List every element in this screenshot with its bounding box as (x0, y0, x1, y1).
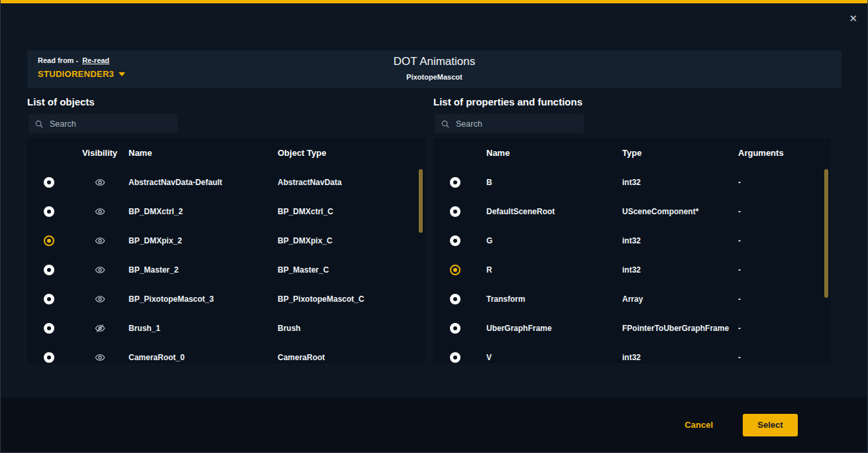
cancel-button[interactable]: Cancel (684, 420, 713, 430)
eye-slash-icon[interactable] (95, 323, 105, 334)
object-name: AbstractNavData-Default (129, 178, 278, 187)
object-name: BP_PixotopeMascot_3 (129, 294, 278, 304)
table-row[interactable]: Brush_1Brush (27, 314, 425, 343)
property-type: int32 (622, 353, 738, 362)
eye-icon[interactable] (95, 294, 105, 304)
property-arguments: - (738, 265, 831, 275)
table-row[interactable]: TransformArray- (433, 285, 831, 314)
objects-search-box (28, 114, 178, 133)
column-header-name: Name (477, 148, 622, 158)
dialog-footer: Cancel Select (1, 398, 867, 452)
property-type: int32 (622, 178, 738, 187)
property-name: Transform (477, 294, 622, 304)
eye-icon[interactable] (95, 177, 105, 188)
objects-panel-title: List of objects (27, 96, 95, 107)
scrollbar-thumb[interactable] (824, 169, 828, 298)
scrollbar-thumb[interactable] (419, 169, 423, 233)
column-header-visibility: Visibility (71, 148, 129, 158)
page-subtitle: PixotopeMascot (27, 73, 841, 81)
property-arguments: - (738, 353, 831, 362)
table-row[interactable]: DefaultSceneRootUSceneComponent*- (433, 197, 831, 226)
radio-button[interactable] (44, 235, 54, 246)
object-name: BP_Master_2 (129, 265, 278, 275)
property-arguments: - (738, 294, 831, 304)
table-row[interactable]: BP_DMXpix_2BP_DMXpix_C (27, 226, 425, 255)
property-name: UberGraphFrame (477, 324, 622, 333)
dialog-header: Read from -Re-read STUDIORENDER3 DOT Ani… (27, 50, 841, 88)
radio-button[interactable] (450, 265, 461, 275)
reread-link[interactable]: Re-read (82, 56, 109, 64)
object-type: BP_DMXpix_C (278, 236, 425, 245)
chevron-down-icon (119, 72, 125, 76)
property-type: Array (622, 294, 738, 304)
radio-button[interactable] (450, 294, 461, 304)
search-input[interactable] (50, 119, 172, 129)
source-dropdown[interactable]: STUDIORENDER3 (38, 69, 125, 79)
select-button[interactable]: Select (743, 414, 798, 436)
property-name: V (477, 353, 622, 362)
table-row[interactable]: BP_Master_2BP_Master_C (27, 255, 425, 285)
title-accent-bar (1, 0, 867, 3)
object-name: Brush_1 (129, 324, 278, 333)
radio-button[interactable] (44, 265, 54, 275)
search-input[interactable] (456, 119, 578, 129)
table-row[interactable]: BP_PixotopeMascot_3BP_PixotopeMascot_C (27, 285, 425, 314)
objects-table: Visibility Name Object Type AbstractNavD… (27, 138, 425, 363)
radio-button[interactable] (450, 235, 461, 246)
property-type: USceneComponent* (622, 207, 738, 216)
radio-button[interactable] (44, 206, 54, 217)
property-arguments: - (738, 207, 831, 216)
radio-button[interactable] (44, 294, 54, 304)
eye-icon[interactable] (95, 235, 105, 246)
table-row[interactable]: AbstractNavData-DefaultAbstractNavData (27, 168, 425, 197)
table-row[interactable]: Rint32- (433, 255, 831, 285)
radio-button[interactable] (44, 323, 54, 334)
property-name: B (477, 178, 622, 187)
table-row[interactable]: UberGraphFrameFPointerToUberGraphFrame- (433, 314, 831, 343)
property-type: int32 (622, 236, 738, 245)
column-header-arguments: Arguments (738, 148, 831, 158)
object-type: BP_Master_C (278, 265, 425, 275)
column-header-name: Name (129, 148, 278, 158)
object-name: BP_DMXpix_2 (129, 236, 278, 245)
object-type: Brush (278, 324, 425, 333)
properties-search-box (435, 114, 584, 133)
radio-button[interactable] (450, 206, 461, 217)
object-type: BP_DMXctrl_C (278, 207, 425, 216)
properties-table-header: Name Type Arguments (433, 138, 831, 168)
column-header-object-type: Object Type (278, 148, 425, 158)
object-type: AbstractNavData (278, 178, 425, 187)
table-row[interactable]: BP_DMXctrl_2BP_DMXctrl_C (27, 197, 425, 226)
dialog-window: ✕ Read from -Re-read STUDIORENDER3 DOT A… (0, 0, 868, 453)
radio-button[interactable] (44, 352, 54, 363)
radio-button[interactable] (450, 352, 461, 363)
search-icon (441, 119, 450, 129)
table-row[interactable]: Gint32- (433, 226, 831, 255)
objects-table-body: AbstractNavData-DefaultAbstractNavDataBP… (27, 168, 425, 363)
radio-button[interactable] (450, 323, 461, 334)
table-row[interactable]: CameraRoot_0CameraRoot (27, 343, 425, 363)
property-name: G (477, 236, 622, 245)
object-type: BP_PixotopeMascot_C (278, 294, 425, 304)
objects-table-header: Visibility Name Object Type (27, 138, 425, 168)
object-type: CameraRoot (278, 353, 425, 362)
properties-panel-title: List of properties and functions (433, 96, 582, 107)
radio-button[interactable] (44, 177, 54, 188)
table-row[interactable]: Bint32- (433, 168, 831, 197)
property-arguments: - (738, 178, 831, 187)
title-block: DOT Animations PixotopeMascot (27, 55, 841, 81)
eye-icon[interactable] (95, 265, 105, 275)
property-name: DefaultSceneRoot (477, 207, 622, 216)
eye-icon[interactable] (95, 206, 105, 217)
property-arguments: - (738, 324, 831, 333)
read-from-block: Read from -Re-read STUDIORENDER3 (38, 56, 125, 79)
page-title: DOT Animations (27, 55, 841, 68)
radio-button[interactable] (450, 177, 461, 188)
object-name: CameraRoot_0 (129, 353, 278, 362)
object-name: BP_DMXctrl_2 (129, 207, 278, 216)
property-arguments: - (738, 236, 831, 245)
column-header-type: Type (622, 148, 738, 158)
eye-icon[interactable] (95, 352, 105, 363)
close-icon[interactable]: ✕ (849, 13, 857, 23)
table-row[interactable]: Vint32- (433, 343, 831, 363)
